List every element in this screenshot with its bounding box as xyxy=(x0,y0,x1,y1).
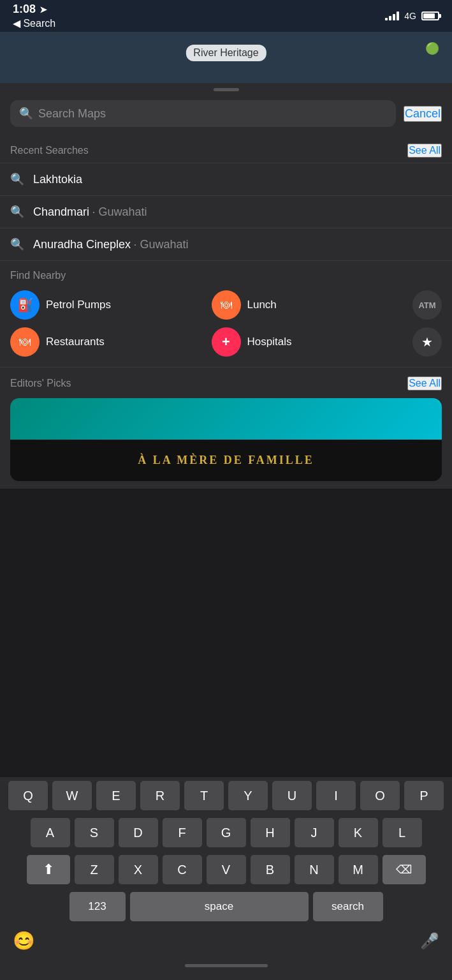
list-item[interactable]: 🔍 Anuradha Cineplex · Guwahati xyxy=(0,228,452,260)
editors-picks-card[interactable]: À LA MÈRE DE FAMILLE xyxy=(10,398,442,481)
signal-bars-icon xyxy=(385,11,399,20)
key-o[interactable]: O xyxy=(360,781,400,810)
restaurants-icon: 🍽 xyxy=(10,327,40,357)
back-navigation[interactable]: ◀ Search xyxy=(13,17,55,29)
search-item-name: Chandmari · Guwahati xyxy=(33,205,147,219)
network-type: 4G xyxy=(404,11,416,21)
status-bar: 1:08 ➤ ◀ Search 4G xyxy=(0,0,452,32)
search-magnifier-icon: 🔍 xyxy=(19,107,33,121)
find-nearby-title: Find Nearby xyxy=(10,270,442,281)
search-item-name: Anuradha Cineplex · Guwahati xyxy=(33,238,189,251)
search-item-name: Lakhtokia xyxy=(33,173,82,186)
key-n[interactable]: N xyxy=(295,855,334,884)
key-h[interactable]: H xyxy=(251,818,290,847)
key-u[interactable]: U xyxy=(272,781,312,810)
hospitals-icon: + xyxy=(212,327,241,357)
key-g[interactable]: G xyxy=(207,818,246,847)
key-r[interactable]: R xyxy=(140,781,180,810)
editors-card-label: À LA MÈRE DE FAMILLE xyxy=(138,454,314,467)
status-right: 4G xyxy=(385,11,439,21)
numbers-key[interactable]: 123 xyxy=(69,892,126,921)
key-d[interactable]: D xyxy=(119,818,158,847)
editors-card-image-bottom: À LA MÈRE DE FAMILLE xyxy=(10,440,442,481)
nearby-label-hospitals: Hospitals xyxy=(247,336,292,348)
key-e[interactable]: E xyxy=(96,781,136,810)
keyboard-bottom: 😊 🎤 xyxy=(0,925,452,959)
key-k[interactable]: K xyxy=(339,818,378,847)
find-nearby-section: Find Nearby ⛽ Petrol Pumps 🍽 Lunch ATM 🍽… xyxy=(0,260,452,367)
key-s[interactable]: S xyxy=(75,818,114,847)
key-j[interactable]: J xyxy=(295,818,334,847)
recent-searches-section: Recent Searches See All 🔍 Lakhtokia 🔍 Ch… xyxy=(0,135,452,260)
nearby-item-restaurants[interactable]: 🍽 Restaurants xyxy=(10,327,212,357)
key-p[interactable]: P xyxy=(404,781,444,810)
emoji-button[interactable]: 😊 xyxy=(10,928,38,954)
search-label: search xyxy=(332,900,364,913)
time-display: 1:08 xyxy=(13,3,36,16)
key-x[interactable]: X xyxy=(119,855,158,884)
key-b[interactable]: B xyxy=(251,855,290,884)
recent-searches-title: Recent Searches xyxy=(10,145,89,156)
key-w[interactable]: W xyxy=(52,781,92,810)
keyboard-row-2: A S D F G H J K L xyxy=(0,814,452,851)
key-v[interactable]: V xyxy=(207,855,246,884)
search-key[interactable]: search xyxy=(313,892,383,921)
home-indicator xyxy=(0,959,452,980)
list-item[interactable]: 🔍 Lakhtokia xyxy=(0,163,452,195)
map-label: River Heritage xyxy=(186,45,266,61)
key-z[interactable]: Z xyxy=(75,855,114,884)
cancel-button[interactable]: Cancel xyxy=(404,106,442,122)
list-item[interactable]: 🔍 Chandmari · Guwahati xyxy=(0,195,452,228)
keyboard-row-4: 123 space search xyxy=(0,888,452,925)
editors-picks-header: Editors' Picks See All xyxy=(0,368,452,396)
key-q[interactable]: Q xyxy=(8,781,48,810)
nearby-item-petrol[interactable]: ⛽ Petrol Pumps xyxy=(10,290,212,320)
recent-searches-header: Recent Searches See All xyxy=(0,135,452,163)
nearby-more-favorites[interactable]: ★ xyxy=(412,327,442,357)
numbers-label: 123 xyxy=(88,900,106,913)
editors-picks-see-all[interactable]: See All xyxy=(407,376,442,390)
sheet-handle xyxy=(214,88,239,91)
nearby-label-restaurants: Restaurants xyxy=(46,336,105,348)
key-m[interactable]: M xyxy=(339,855,378,884)
home-bar xyxy=(185,964,268,967)
back-label[interactable]: ◀ Search xyxy=(13,17,55,29)
delete-key[interactable]: ⌫ xyxy=(383,855,426,884)
key-i[interactable]: I xyxy=(316,781,356,810)
nearby-label-lunch: Lunch xyxy=(247,299,277,311)
search-history-icon: 🔍 xyxy=(10,237,24,251)
key-c[interactable]: C xyxy=(163,855,202,884)
nearby-label-petrol: Petrol Pumps xyxy=(46,299,111,311)
recent-searches-see-all[interactable]: See All xyxy=(407,144,442,158)
map-marker-icon: 🟢 xyxy=(425,41,439,56)
search-input[interactable]: Search Maps xyxy=(38,107,387,121)
search-history-icon: 🔍 xyxy=(10,205,24,219)
nearby-more-atm[interactable]: ATM xyxy=(412,290,442,320)
key-y[interactable]: Y xyxy=(228,781,268,810)
shift-key[interactable]: ⬆ xyxy=(27,855,70,884)
editors-picks-section: Editors' Picks See All À LA MÈRE DE FAMI… xyxy=(0,367,452,489)
map-background: River Heritage 🟢 xyxy=(0,32,452,83)
key-l[interactable]: L xyxy=(383,818,422,847)
microphone-button[interactable]: 🎤 xyxy=(418,930,442,953)
lunch-icon: 🍽 xyxy=(212,290,241,320)
editors-card-image-top xyxy=(10,398,442,440)
nearby-grid: ⛽ Petrol Pumps 🍽 Lunch ATM 🍽 Restaurants… xyxy=(10,290,442,357)
location-arrow-icon: ➤ xyxy=(40,4,47,15)
sheet-handle-area xyxy=(0,83,452,94)
space-label: space xyxy=(205,900,233,913)
space-key[interactable]: space xyxy=(130,892,309,921)
keyboard-row-1: Q W E R T Y U I O P xyxy=(0,777,452,814)
search-input-container[interactable]: 🔍 Search Maps xyxy=(10,100,396,127)
editors-picks-title: Editors' Picks xyxy=(10,378,71,389)
nearby-item-hospitals[interactable]: + Hospitals xyxy=(212,327,413,357)
status-left: 1:08 ➤ ◀ Search xyxy=(13,3,55,29)
key-t[interactable]: T xyxy=(184,781,224,810)
key-a[interactable]: A xyxy=(31,818,70,847)
key-f[interactable]: F xyxy=(163,818,202,847)
petrol-icon: ⛽ xyxy=(10,290,40,320)
status-time: 1:08 ➤ xyxy=(13,3,55,16)
search-bar-area: 🔍 Search Maps Cancel xyxy=(0,94,452,135)
search-history-icon: 🔍 xyxy=(10,172,24,186)
nearby-item-lunch[interactable]: 🍽 Lunch xyxy=(212,290,413,320)
